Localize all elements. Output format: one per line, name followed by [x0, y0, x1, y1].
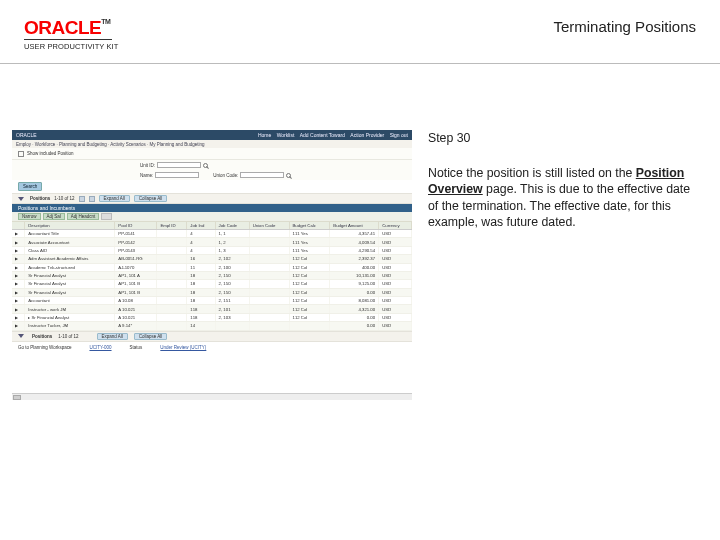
cell: 2, 101 — [215, 305, 249, 313]
cell: A 10.021 — [115, 305, 157, 313]
footer-link-2[interactable]: Under Review (UCITY) — [160, 345, 206, 350]
footer-link-1[interactable]: UCITY-000 — [89, 345, 111, 350]
table-row[interactable]: ▶▸ Sr Financial AnalystA 10.0211182, 103… — [12, 313, 412, 321]
horizontal-scrollbar[interactable] — [12, 393, 412, 400]
cell: Class AID — [25, 246, 115, 254]
col-currency[interactable]: Currency — [379, 222, 412, 230]
brand-block: ORACLETM USER PRODUCTIVITY KIT — [24, 18, 118, 51]
top-link[interactable]: Home — [258, 132, 271, 138]
cell: 18 — [187, 280, 215, 288]
cell: ▶ — [12, 305, 25, 313]
cell: ▶ — [12, 313, 25, 321]
table-row[interactable]: ▶Academc Tnk-structuredAJ-1070112, 10011… — [12, 263, 412, 271]
cell: 2, 102 — [215, 255, 249, 263]
search-button[interactable]: Search — [18, 182, 42, 191]
top-link[interactable]: Add Content Toward — [300, 132, 345, 138]
top-link[interactable]: Worklist — [277, 132, 295, 138]
cell: USD — [379, 313, 412, 321]
table-row[interactable]: ▶Sr Financial AnalystAP1, 101 A182, 1501… — [12, 271, 412, 279]
thumb-footer: Go to Planning Workspace UCITY-000 Statu… — [12, 342, 412, 353]
col-budgetamount[interactable]: Budget Amount — [330, 222, 379, 230]
toolbar-btn[interactable]: Adj Sal — [43, 213, 65, 220]
search-icon[interactable] — [203, 163, 208, 168]
table-row[interactable]: ▶Instructor Tucker, JMA 9.14*140.00USD — [12, 322, 412, 330]
toolbar-btn[interactable]: Adj Headcnt — [67, 213, 100, 220]
col-emplid[interactable]: Empl ID — [157, 222, 187, 230]
table-row[interactable]: ▶Sr Financial AnalystAP1, 101 B182, 1501… — [12, 280, 412, 288]
cell: 111 Yes — [289, 238, 330, 246]
col-jobind[interactable]: Job Ind — [187, 222, 215, 230]
collapse-all-button[interactable]: Collapse All — [134, 333, 168, 340]
expand-all-button[interactable]: Expand All — [97, 333, 128, 340]
show-included-row: Show included Position — [12, 148, 412, 160]
top-link[interactable]: Sign out — [390, 132, 408, 138]
table-row[interactable]: ▶Class AIDPP-014341, 3111 Yes4,290.54USD — [12, 246, 412, 254]
table-row[interactable]: ▶Sr Financial AnalystAP1, 101 B182, 1501… — [12, 288, 412, 296]
cell: 112 Col — [289, 297, 330, 305]
table-row[interactable]: ▶Accountant TitlePP-014141, 1111 Yes4,35… — [12, 230, 412, 238]
checkbox-icon[interactable] — [18, 151, 24, 157]
breadcrumb: Employ · Workforce · Planning and Budget… — [12, 140, 412, 148]
grid-icon[interactable] — [89, 196, 95, 202]
cell: USD — [379, 288, 412, 296]
cell: 2, 150 — [215, 271, 249, 279]
cell: USD — [379, 230, 412, 238]
collapse-icon[interactable] — [18, 334, 24, 338]
table-header-row: Description Pool ID Empl ID Job Ind Job … — [12, 222, 412, 230]
cell: USD — [379, 246, 412, 254]
collapse-all-button[interactable]: Collapse All — [134, 195, 168, 202]
col-jobcode[interactable]: Job Code — [215, 222, 249, 230]
expand-all-button[interactable]: Expand All — [99, 195, 130, 202]
scroll-thumb[interactable] — [13, 395, 21, 400]
unioncode-field: Union Code: — [213, 172, 291, 178]
cell: 400.00 — [330, 263, 379, 271]
cell: 118 — [187, 313, 215, 321]
cell: USD — [379, 305, 412, 313]
cell — [157, 313, 187, 321]
cell — [157, 230, 187, 238]
cell: AJ-1070 — [115, 263, 157, 271]
cell: ▶ — [12, 322, 25, 330]
col-poolid[interactable]: Pool ID — [115, 222, 157, 230]
cell: Sr Financial Analyst — [25, 280, 115, 288]
cell: Sr Financial Analyst — [25, 271, 115, 279]
oracle-word: ORACLE — [24, 17, 101, 38]
cell — [157, 255, 187, 263]
cell: ▶ — [12, 246, 25, 254]
name-input[interactable] — [155, 172, 199, 178]
cell — [249, 238, 289, 246]
table-row[interactable]: ▶Adm Assistant Academic AffairsAB-0051.R… — [12, 255, 412, 263]
cell — [249, 271, 289, 279]
cell: Sr Financial Analyst — [25, 288, 115, 296]
cell: AP1, 101 A — [115, 271, 157, 279]
grid-icon[interactable] — [79, 196, 85, 202]
cell: 1, 3 — [215, 246, 249, 254]
cell — [249, 263, 289, 271]
col-budgetcalc[interactable]: Budget Calc — [289, 222, 330, 230]
table-row[interactable]: ▶Instructor - work JMA 10.0211182, 10111… — [12, 305, 412, 313]
cell: 4 — [187, 230, 215, 238]
unioncode-input[interactable] — [240, 172, 284, 178]
toolbar-btn[interactable]: Narrow — [18, 213, 41, 220]
logo-divider — [24, 39, 112, 40]
top-link[interactable]: Action Provider — [350, 132, 384, 138]
cell: 2, 100 — [215, 263, 249, 271]
unitid-input[interactable] — [157, 162, 201, 168]
toolbar-btn[interactable] — [101, 213, 112, 220]
status-label: Status — [130, 345, 143, 350]
cell: 11 — [187, 263, 215, 271]
table-row[interactable]: ▶AccountantA 10.08182, 151112 Col8,081.0… — [12, 297, 412, 305]
col-unioncode[interactable]: Union Code — [249, 222, 289, 230]
cell: 118 — [187, 305, 215, 313]
cell: 0.00 — [330, 322, 379, 330]
cell: A 10.08 — [115, 297, 157, 305]
cell: 2,392.37 — [330, 255, 379, 263]
cell: ▸ Sr Financial Analyst — [25, 313, 115, 321]
table-row[interactable]: ▶Associate AccountantPP-014241, 2111 Yes… — [12, 238, 412, 246]
collapse-icon[interactable] — [18, 197, 24, 201]
product-label: USER PRODUCTIVITY KIT — [24, 42, 118, 51]
cell: 4,357.41 — [330, 230, 379, 238]
cell: Academc Tnk-structured — [25, 263, 115, 271]
col-description[interactable]: Description — [25, 222, 115, 230]
search-icon[interactable] — [286, 173, 291, 178]
